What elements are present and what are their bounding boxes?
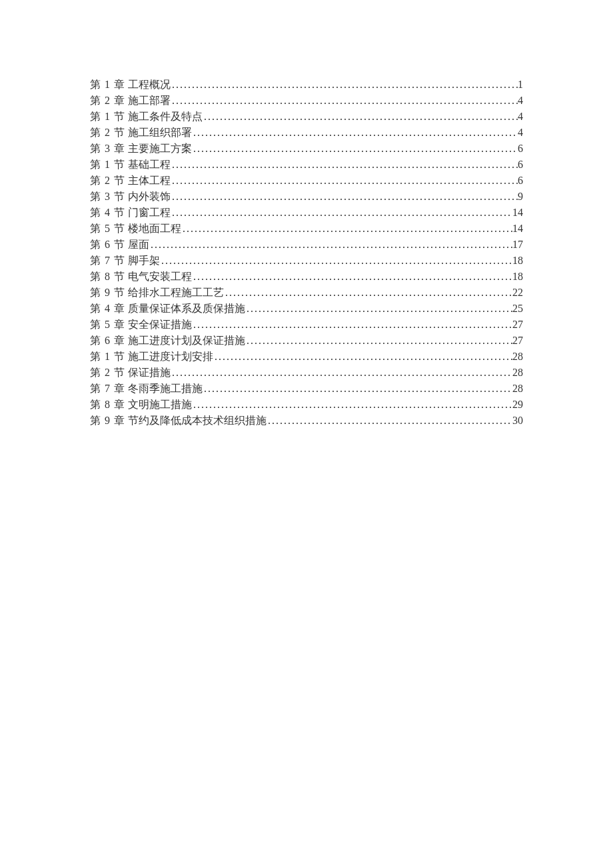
toc-entry-label: 第 1 节 bbox=[90, 157, 125, 173]
toc-entry-leader-dots bbox=[171, 77, 518, 93]
toc-entry-page: 14 bbox=[512, 221, 523, 237]
toc-entry-page: 1 bbox=[518, 77, 523, 93]
toc-entry: 第 1 章工程概况1 bbox=[90, 77, 523, 93]
toc-entry: 第 1 节施工条件及特点4 bbox=[90, 109, 523, 125]
toc-entry-leader-dots bbox=[213, 349, 512, 365]
toc-entry-leader-dots bbox=[181, 221, 512, 237]
toc-entry: 第 2 节施工组织部署4 bbox=[90, 125, 523, 141]
toc-entry-title: 电气安装工程 bbox=[128, 269, 192, 285]
toc-entry-title: 屋面 bbox=[128, 237, 149, 253]
toc-entry-page: 28 bbox=[512, 381, 523, 397]
toc-entry: 第 4 章质量保证体系及质保措施25 bbox=[90, 301, 523, 317]
toc-entry-title: 施工部署 bbox=[128, 93, 171, 109]
toc-entry-label: 第 4 章 bbox=[90, 301, 125, 317]
toc-entry-page: 28 bbox=[512, 365, 523, 381]
toc-entry-title: 施工组织部署 bbox=[128, 125, 192, 141]
toc-entry: 第 7 节脚手架18 bbox=[90, 253, 523, 269]
toc-entry: 第 4 节门窗工程14 bbox=[90, 205, 523, 221]
toc-entry-label: 第 5 节 bbox=[90, 221, 125, 237]
toc-entry: 第 2 节保证措施28 bbox=[90, 365, 523, 381]
toc-entry: 第 7 章冬雨季施工措施28 bbox=[90, 381, 523, 397]
toc-entry-leader-dots bbox=[171, 189, 518, 205]
toc-entry-label: 第 8 章 bbox=[90, 397, 125, 413]
toc-entry-page: 30 bbox=[512, 413, 523, 429]
toc-entry: 第 8 节电气安装工程18 bbox=[90, 269, 523, 285]
toc-entry-leader-dots bbox=[149, 237, 512, 253]
toc-entry: 第 9 章节约及降低成本技术组织措施30 bbox=[90, 413, 523, 429]
toc-entry: 第 5 章安全保证措施27 bbox=[90, 317, 523, 333]
toc-entry-title: 内外装饰 bbox=[128, 189, 171, 205]
toc-entry-title: 保证措施 bbox=[128, 365, 171, 381]
toc-entry-title: 安全保证措施 bbox=[128, 317, 192, 333]
toc-entry-title: 主体工程 bbox=[128, 173, 171, 189]
toc-entry-page: 6 bbox=[518, 173, 523, 189]
toc-entry-page: 9 bbox=[518, 189, 523, 205]
toc-entry-leader-dots bbox=[160, 253, 512, 269]
toc-entry-label: 第 9 节 bbox=[90, 285, 125, 301]
toc-entry-label: 第 7 章 bbox=[90, 381, 125, 397]
toc-entry-page: 6 bbox=[518, 141, 523, 157]
toc-entry: 第 2 节主体工程6 bbox=[90, 173, 523, 189]
toc-entry-label: 第 3 节 bbox=[90, 189, 125, 205]
toc-entry-leader-dots bbox=[203, 109, 518, 125]
toc-entry-page: 18 bbox=[512, 253, 523, 269]
toc-entry: 第 9 节给排水工程施工工艺22 bbox=[90, 285, 523, 301]
toc-entry-page: 17 bbox=[512, 237, 523, 253]
toc-entry: 第 1 节基础工程6 bbox=[90, 157, 523, 173]
toc-entry-label: 第 1 节 bbox=[90, 349, 125, 365]
toc-entry-title: 给排水工程施工工艺 bbox=[128, 285, 224, 301]
toc-entry-leader-dots bbox=[192, 317, 512, 333]
toc-entry-page: 27 bbox=[512, 333, 523, 349]
toc-entry-page: 27 bbox=[512, 317, 523, 333]
toc-entry: 第 2 章施工部署4 bbox=[90, 93, 523, 109]
toc-entry-page: 4 bbox=[518, 109, 523, 125]
toc-entry-label: 第 6 节 bbox=[90, 237, 125, 253]
toc-entry-title: 施工条件及特点 bbox=[128, 109, 203, 125]
toc-entry-leader-dots bbox=[171, 205, 512, 221]
toc-entry-page: 25 bbox=[512, 301, 523, 317]
toc-entry-page: 18 bbox=[512, 269, 523, 285]
toc-entry-leader-dots bbox=[171, 157, 518, 173]
toc-entry-leader-dots bbox=[224, 285, 512, 301]
toc-entry-leader-dots bbox=[171, 93, 518, 109]
toc-entry-leader-dots bbox=[203, 381, 512, 397]
toc-entry-page: 22 bbox=[512, 285, 523, 301]
toc-entry-page: 14 bbox=[512, 205, 523, 221]
toc-entry-title: 节约及降低成本技术组织措施 bbox=[128, 413, 267, 429]
toc-entry-title: 脚手架 bbox=[128, 253, 160, 269]
toc-entry-page: 29 bbox=[512, 397, 523, 413]
toc-entry-title: 工程概况 bbox=[128, 77, 171, 93]
toc-entry: 第 6 节屋面17 bbox=[90, 237, 523, 253]
toc-entry-leader-dots bbox=[267, 413, 512, 429]
toc-entry-label: 第 2 节 bbox=[90, 173, 125, 189]
toc-entry-label: 第 1 章 bbox=[90, 77, 125, 93]
toc-entry-page: 4 bbox=[518, 125, 523, 141]
toc-entry-leader-dots bbox=[245, 333, 512, 349]
toc-entry-label: 第 1 节 bbox=[90, 109, 125, 125]
toc-entry-leader-dots bbox=[192, 269, 512, 285]
toc-entry-label: 第 4 节 bbox=[90, 205, 125, 221]
toc-entry-label: 第 8 节 bbox=[90, 269, 125, 285]
toc-entry-label: 第 6 章 bbox=[90, 333, 125, 349]
toc-entry-leader-dots bbox=[171, 173, 518, 189]
toc-entry-title: 门窗工程 bbox=[128, 205, 171, 221]
toc-entry-page: 28 bbox=[512, 349, 523, 365]
toc-entry-title: 楼地面工程 bbox=[128, 221, 181, 237]
toc-entry-title: 主要施工方案 bbox=[128, 141, 192, 157]
toc-entry-title: 施工进度计划安排 bbox=[128, 349, 213, 365]
toc-entry: 第 1 节施工进度计划安排28 bbox=[90, 349, 523, 365]
toc-entry: 第 3 章主要施工方案6 bbox=[90, 141, 523, 157]
toc-entry-title: 施工进度计划及保证措施 bbox=[128, 333, 245, 349]
toc-entry-label: 第 2 节 bbox=[90, 125, 125, 141]
toc-entry-label: 第 2 节 bbox=[90, 365, 125, 381]
toc-entry-leader-dots bbox=[192, 141, 518, 157]
toc-entry-leader-dots bbox=[192, 125, 518, 141]
toc-entry-page: 6 bbox=[518, 157, 523, 173]
toc-entry-label: 第 2 章 bbox=[90, 93, 125, 109]
toc-entry: 第 5 节楼地面工程14 bbox=[90, 221, 523, 237]
toc-entry: 第 8 章文明施工措施29 bbox=[90, 397, 523, 413]
toc-entry-title: 冬雨季施工措施 bbox=[128, 381, 203, 397]
toc-entry-label: 第 9 章 bbox=[90, 413, 125, 429]
toc-entry-label: 第 7 节 bbox=[90, 253, 125, 269]
toc-entry-title: 质量保证体系及质保措施 bbox=[128, 301, 245, 317]
